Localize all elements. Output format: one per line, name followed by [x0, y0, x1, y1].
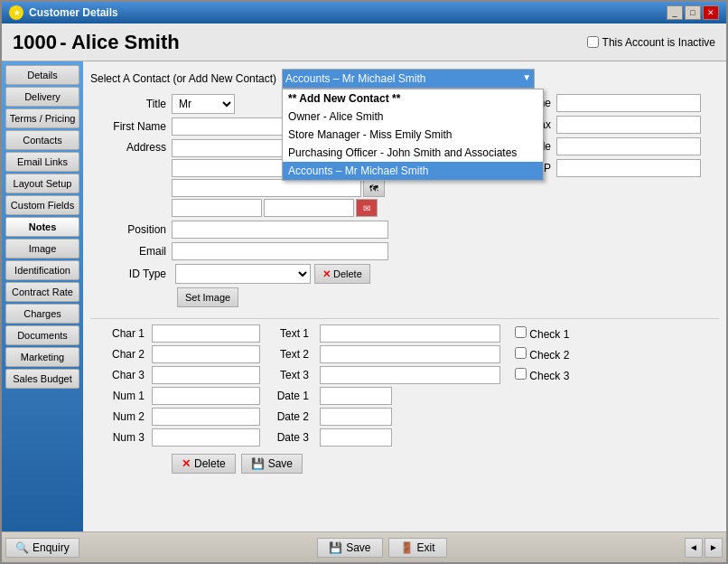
- char2-input[interactable]: [152, 345, 260, 363]
- footer-save-button[interactable]: 💾 Save: [317, 538, 382, 558]
- delete-x-icon: ✕: [182, 457, 191, 470]
- date2-label: Date 2: [267, 410, 313, 423]
- date1-label: Date 1: [267, 390, 313, 402]
- date1-input[interactable]: / /: [320, 387, 392, 405]
- save-button[interactable]: 💾 Save: [241, 454, 303, 474]
- title-bar: ★ Customer Details _ □ ✕: [2, 2, 726, 24]
- text3-input[interactable]: [320, 366, 500, 384]
- footer-save-label: Save: [346, 541, 370, 554]
- position-row: Position Accounts: [90, 221, 475, 239]
- inactive-checkbox[interactable]: [587, 36, 599, 48]
- num1-input[interactable]: 0.00: [152, 387, 260, 405]
- fax-input[interactable]: [556, 116, 701, 134]
- id-type-select[interactable]: [175, 264, 311, 284]
- sidebar-item-custom-fields[interactable]: Custom Fields: [5, 195, 79, 215]
- text2-input[interactable]: [320, 345, 500, 363]
- sidebar-item-layout-setup[interactable]: Layout Setup: [5, 174, 79, 193]
- sidebar-item-notes[interactable]: Notes: [5, 217, 79, 237]
- customer-id: 1000: [13, 31, 57, 53]
- num3-label: Num 3: [90, 431, 145, 444]
- sidebar-item-sales-budget[interactable]: Sales Budget: [5, 369, 79, 389]
- text2-label: Text 2: [267, 348, 313, 361]
- set-image-button[interactable]: Set Image: [177, 287, 238, 307]
- address-state-input[interactable]: [264, 199, 354, 217]
- sidebar-item-documents[interactable]: Documents: [5, 325, 79, 345]
- dropdown-accounts[interactable]: Accounts – Mr Michael Smith: [283, 162, 543, 180]
- date2-input[interactable]: / /: [320, 408, 392, 426]
- id-type-label: ID Type: [90, 268, 172, 280]
- char1-row: Char 1 Text 1 Check 1: [90, 324, 719, 343]
- address-postcode-input[interactable]: [172, 199, 262, 217]
- char3-input[interactable]: [152, 366, 260, 384]
- sidebar-item-identification[interactable]: Identification: [5, 260, 79, 280]
- main-content: Details Delivery Terms / Pricing Contact…: [2, 61, 726, 531]
- footer-exit-icon: 🚪: [400, 541, 414, 554]
- num2-row: Num 2 0.00 Date 2 / /: [90, 408, 719, 426]
- footer-left: 🔍 Enquiry: [5, 538, 79, 558]
- enquiry-button[interactable]: 🔍 Enquiry: [5, 538, 79, 558]
- num1-label: Num 1: [90, 390, 145, 402]
- sidebar-item-terms-pricing[interactable]: Terms / Pricing: [5, 108, 79, 128]
- dropdown-purchasing-officer[interactable]: Purchasing Officer - John Smith and Asso…: [283, 144, 543, 162]
- close-button[interactable]: ✕: [703, 5, 719, 20]
- address-line3-input[interactable]: [172, 179, 361, 197]
- sidebar-item-contacts[interactable]: Contacts: [5, 130, 79, 150]
- text1-input[interactable]: [320, 324, 500, 343]
- content-area: Select A Contact (or Add New Contact) Ac…: [83, 61, 726, 531]
- sidebar-item-image[interactable]: Image: [5, 239, 79, 258]
- voip-input[interactable]: [556, 159, 701, 177]
- check3-label: Check 3: [529, 370, 569, 382]
- bottom-buttons: ✕ Delete 💾 Save: [90, 454, 719, 474]
- check1-checkbox[interactable]: [515, 326, 527, 338]
- num3-input[interactable]: 0.00: [152, 428, 260, 446]
- char2-label: Char 2: [90, 348, 145, 361]
- mobile-input[interactable]: [556, 137, 701, 155]
- date3-input[interactable]: / /: [320, 428, 392, 446]
- char2-row: Char 2 Text 2 Check 2: [90, 345, 719, 363]
- char1-input[interactable]: [152, 324, 260, 343]
- customer-name: Alice Smith: [71, 31, 180, 53]
- nav-left-button[interactable]: ◄: [685, 538, 703, 558]
- main-window: ★ Customer Details _ □ ✕ 1000 - Alice Sm…: [0, 0, 728, 564]
- minimize-button[interactable]: _: [667, 5, 683, 20]
- sidebar-item-contract-rate[interactable]: Contract Rate: [5, 282, 79, 302]
- enquiry-icon: 🔍: [15, 541, 29, 554]
- title-select[interactable]: Mr: [172, 94, 235, 114]
- email-button[interactable]: ✉: [356, 199, 378, 217]
- dropdown-store-manager[interactable]: Store Manager - Miss Emily Smith: [283, 126, 543, 144]
- delete-label: Delete: [194, 457, 226, 470]
- contact-dropdown-popup: ** Add New Contact ** Owner - Alice Smit…: [282, 89, 544, 181]
- dropdown-owner[interactable]: Owner - Alice Smith: [283, 108, 543, 126]
- footer-exit-button[interactable]: 🚪 Exit: [388, 538, 447, 558]
- inactive-label: This Account is Inactive: [602, 36, 715, 49]
- dropdown-add-contact[interactable]: ** Add New Contact **: [283, 89, 543, 108]
- maximize-button[interactable]: □: [685, 5, 701, 20]
- sidebar-item-delivery[interactable]: Delivery: [5, 87, 79, 107]
- sidebar-item-email-links[interactable]: Email Links: [5, 152, 79, 172]
- email-input[interactable]: [172, 242, 388, 260]
- footer-nav: ◄ ►: [685, 538, 723, 558]
- num2-label: Num 2: [90, 410, 145, 423]
- position-input[interactable]: Accounts: [172, 221, 388, 239]
- delete-x-icon: ✕: [322, 268, 331, 280]
- id-delete-button[interactable]: ✕ Delete: [314, 264, 370, 284]
- sidebar-item-marketing[interactable]: Marketing: [5, 347, 79, 367]
- check3-checkbox[interactable]: [515, 368, 527, 380]
- delete-btn-label: Delete: [333, 268, 362, 279]
- save-label: Save: [268, 457, 293, 470]
- delete-button[interactable]: ✕ Delete: [172, 454, 236, 474]
- save-disk-icon: 💾: [251, 457, 265, 470]
- footer-center: 💾 Save 🚪 Exit: [317, 538, 446, 558]
- num2-input[interactable]: 0.00: [152, 408, 260, 426]
- map-button[interactable]: 🗺: [363, 179, 385, 197]
- contact-dropdown-selected[interactable]: Accounts – Mr Michael Smith: [282, 69, 535, 89]
- sidebar-item-charges[interactable]: Charges: [5, 304, 79, 324]
- inactive-section: This Account is Inactive: [587, 36, 715, 49]
- check2-checkbox[interactable]: [515, 347, 527, 359]
- nav-right-button[interactable]: ►: [705, 538, 723, 558]
- text1-label: Text 1: [267, 327, 313, 340]
- alt-phone-input[interactable]: [556, 94, 701, 112]
- header-bar: 1000 - Alice Smith This Account is Inact…: [2, 24, 726, 61]
- window-icon: ★: [9, 5, 23, 20]
- sidebar-item-details[interactable]: Details: [5, 65, 79, 85]
